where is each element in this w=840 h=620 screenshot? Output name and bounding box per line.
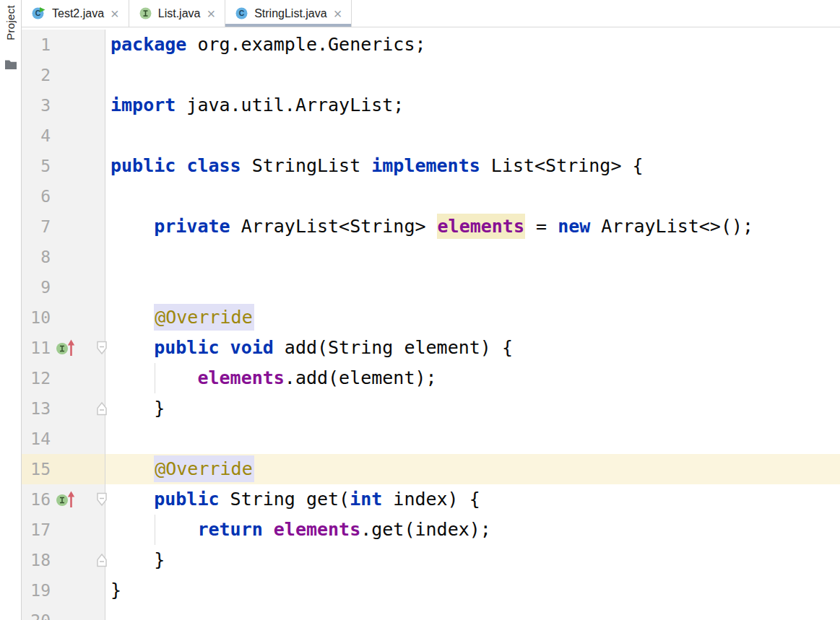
code-text[interactable]: }: [105, 575, 840, 606]
code-line[interactable]: 16 public String get(int index) {: [22, 484, 840, 515]
code-text[interactable]: }: [105, 393, 840, 424]
code-line[interactable]: 12 elements.add(element);: [22, 363, 840, 393]
code-text[interactable]: [105, 181, 840, 211]
gutter[interactable]: 14: [22, 424, 105, 454]
code-line[interactable]: 5public class StringList implements List…: [22, 151, 840, 181]
gutter[interactable]: 1: [22, 30, 105, 60]
gutter[interactable]: 11: [22, 333, 105, 363]
line-number[interactable]: 9: [22, 272, 51, 302]
code-text[interactable]: [105, 606, 840, 620]
override-marker-icon[interactable]: [55, 490, 77, 509]
line-number[interactable]: 12: [22, 363, 51, 393]
code-text[interactable]: @Override: [105, 302, 840, 333]
code-line[interactable]: 9: [22, 272, 840, 302]
line-number[interactable]: 5: [22, 151, 51, 181]
code-text[interactable]: [105, 272, 840, 302]
gutter[interactable]: 8: [22, 242, 105, 272]
code-text[interactable]: public class StringList implements List<…: [105, 151, 840, 181]
gutter[interactable]: 12: [22, 363, 105, 393]
tab-list-java[interactable]: List.java×: [129, 0, 225, 27]
code-text[interactable]: public void add(String element) {: [105, 333, 840, 363]
gutter[interactable]: 5: [22, 151, 105, 181]
fold-start-icon[interactable]: [95, 340, 109, 356]
code-text[interactable]: package org.example.Generics;: [105, 30, 840, 60]
line-number[interactable]: 18: [22, 545, 51, 575]
line-number[interactable]: 20: [22, 606, 51, 620]
gutter[interactable]: 7: [22, 211, 105, 242]
gutter[interactable]: 3: [22, 90, 105, 121]
gutter[interactable]: 20: [22, 606, 105, 620]
code-text[interactable]: [105, 121, 840, 151]
line-number[interactable]: 11: [22, 333, 51, 363]
code-line[interactable]: 6: [22, 181, 840, 211]
line-number[interactable]: 16: [22, 484, 51, 515]
code-line[interactable]: 3import java.util.ArrayList;: [22, 90, 840, 121]
code-line[interactable]: 11 public void add(String element) {: [22, 333, 840, 363]
fold-end-icon[interactable]: [95, 552, 109, 568]
gutter[interactable]: 2: [22, 60, 105, 90]
code-line[interactable]: 20: [22, 606, 840, 620]
tab-test2-java[interactable]: CTest2.java×: [22, 0, 129, 27]
close-icon[interactable]: ×: [205, 6, 217, 21]
code-text[interactable]: private ArrayList<String> elements = new…: [105, 211, 840, 242]
line-number[interactable]: 10: [22, 302, 51, 333]
gutter[interactable]: 9: [22, 272, 105, 302]
line-number[interactable]: 7: [22, 211, 51, 242]
gutter[interactable]: 6: [22, 181, 105, 211]
code-line[interactable]: 15 @Override: [22, 454, 840, 484]
line-number[interactable]: 8: [22, 242, 51, 272]
code-text[interactable]: import java.util.ArrayList;: [105, 90, 840, 121]
fold-start-icon[interactable]: [95, 492, 109, 507]
fold-start-slot[interactable]: [95, 340, 109, 359]
code-line[interactable]: 19}: [22, 575, 840, 606]
override-marker-icon[interactable]: [55, 339, 77, 357]
code-line[interactable]: 14: [22, 424, 840, 454]
close-icon[interactable]: ×: [109, 6, 121, 21]
code-line[interactable]: 8: [22, 242, 840, 272]
gutter[interactable]: 18: [22, 545, 105, 575]
fold-end-slot[interactable]: [95, 552, 109, 571]
fold-end-icon[interactable]: [95, 401, 109, 416]
code-line[interactable]: 1package org.example.Generics;: [22, 30, 840, 60]
gutter[interactable]: 19: [22, 575, 105, 606]
line-number[interactable]: 17: [22, 515, 51, 545]
code-line[interactable]: 7 private ArrayList<String> elements = n…: [22, 211, 840, 242]
tab-stringlist-java[interactable]: CStringList.java×: [225, 0, 352, 27]
gutter-icon-slot[interactable]: [55, 490, 77, 512]
code-line[interactable]: 4: [22, 121, 840, 151]
code-text[interactable]: [105, 242, 840, 272]
code-line[interactable]: 18 }: [22, 545, 840, 575]
line-number[interactable]: 19: [22, 575, 51, 606]
code-line[interactable]: 17 return elements.get(index);: [22, 515, 840, 545]
fold-start-slot[interactable]: [95, 492, 109, 510]
code-editor[interactable]: 1package org.example.Generics;23import j…: [22, 27, 840, 620]
code-text[interactable]: }: [105, 545, 840, 575]
line-number[interactable]: 6: [22, 181, 51, 211]
code-text[interactable]: [105, 424, 840, 454]
gutter[interactable]: 13: [22, 393, 105, 424]
code-line[interactable]: 2: [22, 60, 840, 90]
line-number[interactable]: 3: [22, 90, 51, 121]
code-text[interactable]: [105, 60, 840, 90]
code-text[interactable]: @Override: [105, 454, 840, 484]
fold-end-slot[interactable]: [95, 401, 109, 419]
close-icon[interactable]: ×: [332, 6, 344, 21]
code-text[interactable]: public String get(int index) {: [105, 484, 840, 515]
gutter-icon-slot[interactable]: [55, 339, 77, 360]
code-text[interactable]: return elements.get(index);: [105, 515, 840, 545]
gutter[interactable]: 17: [22, 515, 105, 545]
gutter[interactable]: 16: [22, 484, 105, 515]
line-number[interactable]: 1: [22, 30, 51, 60]
gutter[interactable]: 4: [22, 121, 105, 151]
line-number[interactable]: 14: [22, 424, 51, 454]
code-line[interactable]: 13 }: [22, 393, 840, 424]
gutter[interactable]: 15: [22, 454, 105, 484]
code-text[interactable]: elements.add(element);: [105, 363, 840, 393]
gutter[interactable]: 10: [22, 302, 105, 333]
project-tool-window-button[interactable]: Project: [4, 5, 17, 73]
line-number[interactable]: 2: [22, 60, 51, 90]
line-number[interactable]: 4: [22, 121, 51, 151]
code-line[interactable]: 10 @Override: [22, 302, 840, 333]
line-number[interactable]: 15: [22, 454, 51, 484]
line-number[interactable]: 13: [22, 393, 51, 424]
